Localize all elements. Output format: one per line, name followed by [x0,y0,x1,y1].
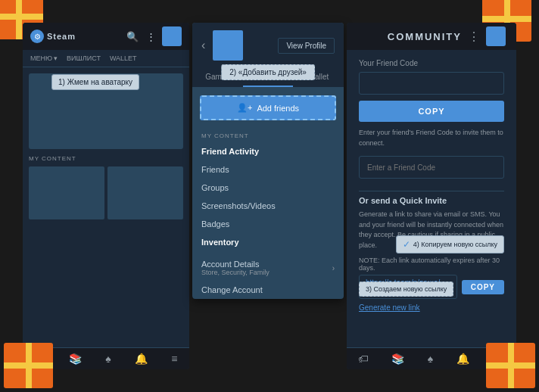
quick-invite-title: Or send a Quick Invite [359,196,504,205]
profile-dropdown: ‹ View Profile 2) «Добавить друзей» Game… [192,23,344,299]
steam-header: ⚙ Steam 🔍 ⋮ [23,23,189,50]
menu-badges[interactable]: Badges [192,215,344,233]
avatar[interactable] [162,26,182,46]
bottom-nav-notifications[interactable]: 🔔 [135,353,148,365]
steam-icon: ⚙ [30,30,44,43]
menu-groups[interactable]: Groups [192,179,344,197]
my-content-label: MY CONTENT [192,128,344,142]
community-avatar[interactable] [486,26,506,46]
generate-tooltip: 3) Создаем новую ссылку [359,282,453,297]
nav-wishlist[interactable]: ВИШЛИСТ [64,53,104,64]
add-friends-tooltip: 2) «Добавить друзей» [221,64,315,80]
featured-card-1 [29,166,104,219]
community-nav-library[interactable]: 📚 [391,353,404,365]
check-icon: ✓ [403,239,410,250]
friend-code-input[interactable] [359,72,504,95]
community-header: COMMUNITY ⋮ [347,23,516,50]
menu-account[interactable]: Account Details Store, Security, Family … [192,255,344,281]
steam-label: Steam [47,32,76,41]
community-nav-community[interactable]: ♠ [428,353,433,365]
dropdown-header: ‹ View Profile [192,23,344,68]
view-profile-button[interactable]: View Profile [278,38,335,54]
featured-label: MY CONTENT [29,155,183,162]
community-nav-store[interactable]: 🏷 [358,353,369,365]
divider [359,191,504,191]
click-avatar-tooltip: 1) Жмем на аватарку [51,74,139,90]
menu-friend-activity[interactable]: Friend Activity [192,142,344,160]
generate-link-button[interactable]: Generate new link [359,303,504,312]
note-text: NOTE: Each link automatically expires af… [359,257,504,272]
generate-link-wrapper: Generate new link 3) Создаем новую ссылк… [359,303,504,312]
friend-code-title: Your Friend Code [359,59,504,67]
profile-avatar [213,30,243,61]
enter-friend-code-input[interactable] [359,156,504,179]
search-icon[interactable]: 🔍 [126,30,139,43]
more-icon[interactable]: ⋮ [144,30,157,43]
back-button[interactable]: ‹ [201,39,205,52]
add-friends-button[interactable]: 👤+ Add friends [200,95,336,120]
copy-link-button[interactable]: COPY [462,280,504,294]
community-nav-notifications[interactable]: 🔔 [456,353,469,365]
nav-menu[interactable]: МЕНЮ ▾ [27,53,61,64]
menu-inventory[interactable]: Inventory [192,233,344,251]
steam-logo: ⚙ Steam [30,30,76,43]
menu-change-account[interactable]: Change Account [192,281,344,299]
menu-screenshots[interactable]: Screenshots/Videos [192,197,344,215]
featured-card-2 [107,166,183,219]
description-text: Enter your friend's Friend Code to invit… [359,128,504,148]
copy-tooltip: ✓ 4) Копируем новую ссылку [396,235,504,254]
bottom-nav-community[interactable]: ♠ [105,353,111,365]
community-more-icon[interactable]: ⋮ [468,30,480,44]
bottom-nav-menu[interactable]: ≡ [171,353,177,365]
bottom-nav-library[interactable]: 📚 [69,353,82,365]
nav-wallet[interactable]: WALLET [107,53,140,64]
community-title: COMMUNITY [388,31,462,42]
nav-bar: МЕНЮ ▾ ВИШЛИСТ WALLET [23,50,189,67]
copy-friend-code-button[interactable]: COPY [359,101,504,122]
menu-friends[interactable]: Friends [192,160,344,179]
add-friends-icon: 👤+ [237,103,252,113]
header-icons: 🔍 ⋮ [126,26,182,46]
